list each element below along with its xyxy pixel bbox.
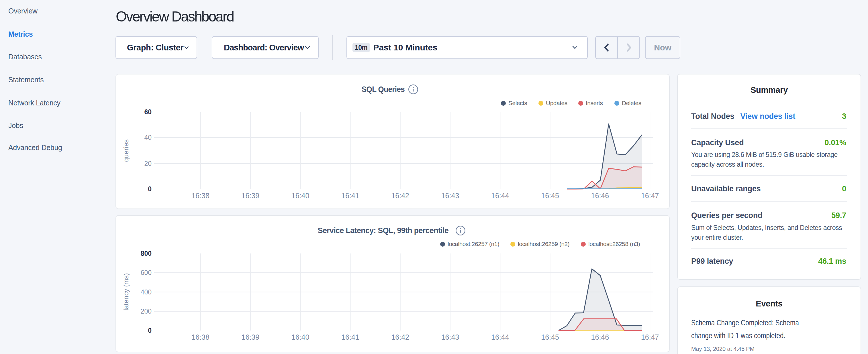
svg-text:16:41: 16:41 xyxy=(341,333,359,341)
svg-text:16:40: 16:40 xyxy=(291,333,309,341)
svg-text:400: 400 xyxy=(141,288,152,296)
svg-text:16:40: 16:40 xyxy=(291,192,309,200)
svg-text:16:41: 16:41 xyxy=(341,192,359,200)
svg-text:16:46: 16:46 xyxy=(591,333,609,341)
svg-text:16:39: 16:39 xyxy=(242,192,260,200)
svg-text:60: 60 xyxy=(144,108,152,116)
svg-text:40: 40 xyxy=(144,134,152,141)
svg-text:800: 800 xyxy=(141,250,152,257)
svg-text:latency (ms): latency (ms) xyxy=(122,273,130,311)
svg-text:16:47: 16:47 xyxy=(641,333,659,341)
svg-text:200: 200 xyxy=(141,308,152,315)
svg-text:600: 600 xyxy=(141,269,152,277)
svg-text:0: 0 xyxy=(148,185,152,193)
svg-text:16:47: 16:47 xyxy=(641,192,659,200)
svg-text:16:46: 16:46 xyxy=(591,192,609,200)
svg-text:0: 0 xyxy=(148,327,152,334)
svg-text:20: 20 xyxy=(144,160,152,167)
svg-text:16:44: 16:44 xyxy=(491,192,509,200)
svg-text:16:38: 16:38 xyxy=(191,192,210,200)
svg-text:queries: queries xyxy=(122,139,130,162)
svg-text:16:39: 16:39 xyxy=(242,333,260,341)
svg-text:16:44: 16:44 xyxy=(491,333,509,341)
svg-text:16:42: 16:42 xyxy=(391,192,409,200)
svg-text:16:42: 16:42 xyxy=(391,333,409,341)
svg-text:16:38: 16:38 xyxy=(191,333,210,341)
svg-text:16:45: 16:45 xyxy=(541,333,559,341)
svg-text:16:43: 16:43 xyxy=(441,192,459,200)
svg-text:16:43: 16:43 xyxy=(441,333,459,341)
svg-text:16:45: 16:45 xyxy=(541,192,559,200)
